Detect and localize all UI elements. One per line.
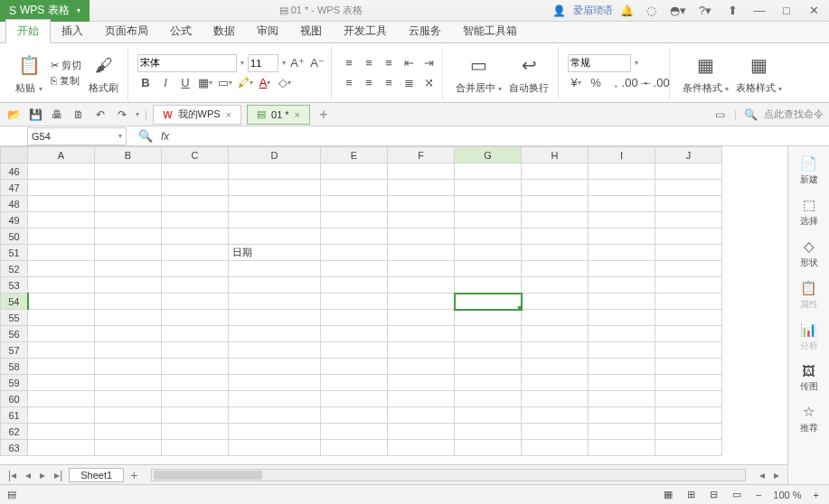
- cell-B53[interactable]: [95, 277, 162, 294]
- add-doc-tab-button[interactable]: +: [316, 107, 332, 123]
- sheet-nav-first-icon[interactable]: |◂: [5, 469, 19, 481]
- side-item-5[interactable]: 🖼传图: [800, 359, 818, 397]
- fx-search-icon[interactable]: 🔍: [137, 128, 154, 145]
- cell-A51[interactable]: [28, 245, 95, 261]
- row-header-61[interactable]: 61: [1, 407, 28, 424]
- cell-C52[interactable]: [162, 261, 229, 277]
- cell-G59[interactable]: [455, 375, 522, 391]
- font-name-select[interactable]: [137, 54, 237, 72]
- side-item-6[interactable]: ☆推荐: [800, 400, 818, 438]
- cell-H57[interactable]: [522, 342, 589, 359]
- notify-icon[interactable]: 🔔: [620, 5, 634, 17]
- cell-A50[interactable]: [28, 229, 95, 245]
- clear-format-button[interactable]: ◇▾: [277, 75, 293, 91]
- cell-E48[interactable]: [321, 196, 388, 212]
- row-header-48[interactable]: 48: [1, 196, 28, 212]
- align-center-icon[interactable]: ≡: [361, 75, 377, 91]
- cell-F47[interactable]: [388, 180, 455, 196]
- cell-G56[interactable]: [455, 326, 522, 342]
- cell-A56[interactable]: [28, 326, 95, 342]
- view-reading-icon[interactable]: ▭: [730, 489, 744, 500]
- cell-J59[interactable]: [655, 375, 722, 391]
- format-painter-button[interactable]: 🖌 格式刷: [85, 51, 122, 95]
- row-header-59[interactable]: 59: [1, 375, 28, 391]
- cell-I62[interactable]: [589, 424, 655, 440]
- cell-B57[interactable]: [95, 342, 162, 359]
- cell-D61[interactable]: [229, 407, 321, 424]
- cell-G53[interactable]: [455, 277, 522, 294]
- window-list-icon[interactable]: ▭: [712, 107, 729, 123]
- number-format-dropdown-icon[interactable]: ▾: [635, 59, 638, 67]
- cell-A49[interactable]: [28, 212, 95, 229]
- user-name[interactable]: 爱眉琐语: [573, 4, 613, 17]
- col-header-E[interactable]: E: [321, 147, 388, 163]
- cell-F57[interactable]: [388, 342, 455, 359]
- cell-G63[interactable]: [455, 440, 522, 456]
- cell-B48[interactable]: [95, 196, 162, 212]
- cell-D53[interactable]: [229, 277, 321, 294]
- cell-E56[interactable]: [321, 326, 388, 342]
- cell-B62[interactable]: [95, 424, 162, 440]
- cell-C48[interactable]: [162, 196, 229, 212]
- cell-C63[interactable]: [162, 440, 229, 456]
- cell-G62[interactable]: [455, 424, 522, 440]
- cell-C55[interactable]: [162, 310, 229, 326]
- side-item-1[interactable]: ⬚选择: [800, 193, 818, 231]
- cell-G60[interactable]: [455, 391, 522, 407]
- cell-I53[interactable]: [589, 277, 655, 294]
- cell-F58[interactable]: [388, 359, 455, 375]
- cell-D51[interactable]: 日期: [229, 245, 321, 261]
- cell-B55[interactable]: [95, 310, 162, 326]
- cell-C53[interactable]: [162, 277, 229, 294]
- cell-D49[interactable]: [229, 212, 321, 229]
- close-tab-icon[interactable]: ×: [226, 109, 231, 120]
- horizontal-scrollbar[interactable]: [151, 469, 746, 481]
- cell-G54[interactable]: [455, 294, 522, 310]
- save-icon[interactable]: 💾: [27, 107, 43, 123]
- cell-D50[interactable]: [229, 229, 321, 245]
- cell-H53[interactable]: [522, 277, 589, 294]
- row-header-62[interactable]: 62: [1, 424, 28, 440]
- cell-E49[interactable]: [321, 212, 388, 229]
- cell-E60[interactable]: [321, 391, 388, 407]
- cell-H46[interactable]: [522, 163, 589, 180]
- cell-D55[interactable]: [229, 310, 321, 326]
- table-style-button[interactable]: ▦ 表格样式 ▾: [732, 51, 786, 95]
- cell-A52[interactable]: [28, 261, 95, 277]
- cell-G58[interactable]: [455, 359, 522, 375]
- cell-E55[interactable]: [321, 310, 388, 326]
- cell-F51[interactable]: [388, 245, 455, 261]
- row-header-58[interactable]: 58: [1, 359, 28, 375]
- cut-button[interactable]: ✂ 剪切: [51, 59, 81, 72]
- row-header-46[interactable]: 46: [1, 163, 28, 180]
- highlight-button[interactable]: 🖍▾: [237, 75, 253, 91]
- cell-E53[interactable]: [321, 277, 388, 294]
- cell-H52[interactable]: [522, 261, 589, 277]
- cell-F61[interactable]: [388, 407, 455, 424]
- cell-G52[interactable]: [455, 261, 522, 277]
- menu-tab-8[interactable]: 云服务: [398, 20, 452, 42]
- cell-D59[interactable]: [229, 375, 321, 391]
- menu-tab-1[interactable]: 插入: [51, 20, 94, 42]
- cell-C58[interactable]: [162, 359, 229, 375]
- cell-I54[interactable]: [589, 294, 655, 310]
- cell-E52[interactable]: [321, 261, 388, 277]
- align-middle-icon[interactable]: ≡: [361, 55, 377, 71]
- cell-I52[interactable]: [589, 261, 655, 277]
- cell-G48[interactable]: [455, 196, 522, 212]
- cell-F62[interactable]: [388, 424, 455, 440]
- align-bottom-icon[interactable]: ≡: [381, 55, 397, 71]
- underline-button[interactable]: U: [177, 75, 193, 91]
- cell-C57[interactable]: [162, 342, 229, 359]
- view-page-icon[interactable]: ⊞: [684, 489, 698, 500]
- cell-D54[interactable]: [229, 294, 321, 310]
- cell-E62[interactable]: [321, 424, 388, 440]
- cell-J55[interactable]: [655, 310, 722, 326]
- cell-D56[interactable]: [229, 326, 321, 342]
- sheet-nav-next-icon[interactable]: ▸: [37, 469, 48, 481]
- cell-F49[interactable]: [388, 212, 455, 229]
- cell-I61[interactable]: [589, 407, 655, 424]
- menu-tab-3[interactable]: 公式: [159, 20, 203, 42]
- cell-H50[interactable]: [522, 229, 589, 245]
- row-header-50[interactable]: 50: [1, 229, 28, 245]
